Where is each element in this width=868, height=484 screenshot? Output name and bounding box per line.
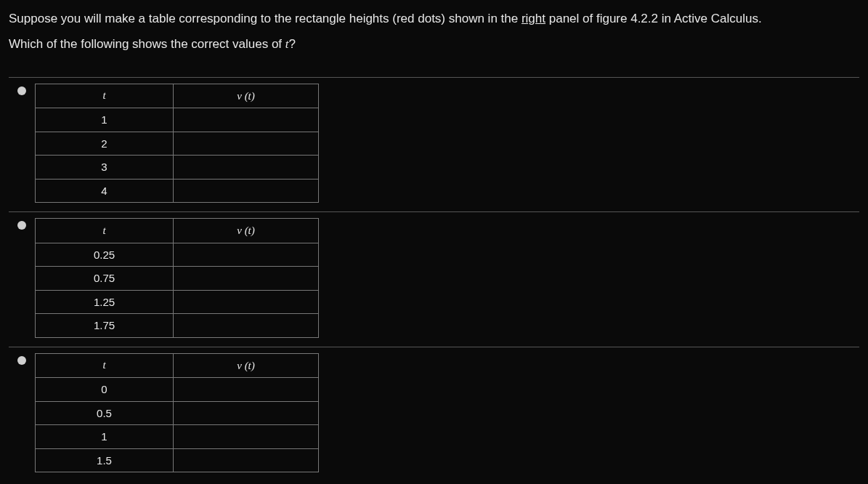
t-cell: 3 bbox=[36, 156, 174, 180]
option-table-1: t v (t) 1 2 3 4 bbox=[35, 84, 319, 203]
t-cell: 4 bbox=[36, 179, 174, 203]
v-header: v (t) bbox=[174, 219, 319, 243]
radio-icon bbox=[17, 86, 26, 95]
radio-cell[interactable] bbox=[9, 84, 35, 95]
v-cell bbox=[174, 378, 319, 402]
t-cell: 0.75 bbox=[36, 267, 174, 291]
v-header: v (t) bbox=[174, 84, 319, 108]
option-row-3[interactable]: t v (t) 0 0.5 1 1.5 bbox=[9, 347, 859, 482]
v-cell bbox=[174, 314, 319, 338]
t-cell: 0.25 bbox=[36, 243, 174, 267]
option-content: t v (t) 0.25 0.75 1.25 1.75 bbox=[35, 218, 319, 347]
t-header: t bbox=[36, 84, 174, 108]
option-table-2: t v (t) 0.25 0.75 1.25 1.75 bbox=[35, 218, 319, 338]
t-cell: 0 bbox=[36, 378, 174, 402]
q-line2-pre: Which of the following shows the correct… bbox=[9, 37, 285, 51]
t-cell: 1 bbox=[36, 425, 174, 449]
v-cell bbox=[174, 132, 319, 156]
q-line1-pre: Suppose you will make a table correspond… bbox=[9, 12, 522, 25]
v-cell bbox=[174, 448, 319, 472]
v-cell bbox=[174, 108, 319, 132]
v-cell bbox=[174, 401, 319, 425]
v-cell bbox=[174, 267, 319, 291]
option-table-3: t v (t) 0 0.5 1 1.5 bbox=[35, 353, 319, 473]
radio-icon bbox=[17, 221, 26, 230]
option-row-1[interactable]: t v (t) 1 2 3 4 bbox=[9, 77, 859, 212]
option-content: t v (t) 0 0.5 1 1.5 bbox=[35, 353, 319, 482]
q-line1-underlined: right bbox=[522, 12, 545, 25]
t-cell: 1.25 bbox=[36, 290, 174, 314]
question-line-1: Suppose you will make a table correspond… bbox=[9, 9, 859, 30]
option-content: t v (t) 1 2 3 4 bbox=[35, 84, 319, 212]
v-cell bbox=[174, 179, 319, 203]
v-header: v (t) bbox=[174, 353, 319, 378]
t-header: t bbox=[36, 219, 174, 243]
v-cell bbox=[174, 425, 319, 449]
q-line1-post: panel of figure 4.2.2 in Active Calculus… bbox=[545, 12, 762, 25]
radio-cell[interactable] bbox=[9, 353, 35, 365]
t-header: t bbox=[36, 353, 174, 378]
t-cell: 1.75 bbox=[36, 314, 174, 338]
v-cell bbox=[174, 243, 319, 267]
t-cell: 0.5 bbox=[36, 401, 174, 425]
option-row-2[interactable]: t v (t) 0.25 0.75 1.25 1.75 bbox=[9, 211, 859, 347]
q-line2-post: ? bbox=[289, 37, 296, 51]
radio-cell[interactable] bbox=[9, 218, 35, 230]
t-cell: 1 bbox=[36, 108, 174, 132]
question-line-2: Which of the following shows the correct… bbox=[9, 34, 859, 55]
v-cell bbox=[174, 156, 319, 180]
radio-icon bbox=[17, 356, 26, 365]
question-stem: Suppose you will make a table correspond… bbox=[9, 9, 859, 55]
v-cell bbox=[174, 290, 319, 314]
t-cell: 2 bbox=[36, 132, 174, 156]
t-cell: 1.5 bbox=[36, 448, 174, 472]
